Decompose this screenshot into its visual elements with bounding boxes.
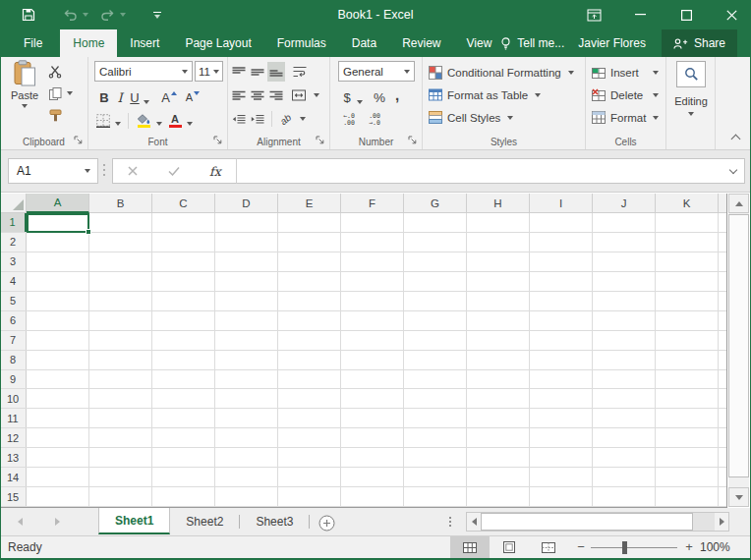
row-header-6[interactable]: 6 [0,311,27,330]
add-sheet-button[interactable] [317,513,336,532]
cell-a5[interactable] [27,292,89,310]
cell-h9[interactable] [467,370,530,389]
cell-a6[interactable] [27,311,89,330]
row-header-12[interactable]: 12 [0,428,27,447]
accounting-format-button[interactable]: $ [340,87,354,107]
tab-file[interactable]: File [6,29,60,57]
cell-h4[interactable] [467,272,530,291]
align-left-button[interactable] [230,85,248,105]
cell-c7[interactable] [152,331,215,350]
normal-view-button[interactable] [450,536,490,558]
cell-b4[interactable] [89,272,152,291]
cell-k3[interactable] [656,252,719,271]
bottom-align-button[interactable] [267,62,285,82]
cell-k8[interactable] [656,351,719,369]
wrap-text-button[interactable] [289,62,311,82]
cell-c2[interactable] [152,233,215,252]
number-dialog-launcher[interactable] [408,136,418,145]
font-color-dropdown[interactable] [185,114,195,134]
cell-i12[interactable] [530,428,593,447]
font-color-button[interactable]: A [166,111,184,131]
cell-a14[interactable] [27,468,89,486]
cell-f14[interactable] [341,468,404,486]
cell-i4[interactable] [530,272,593,291]
orientation-button[interactable]: ab [275,109,297,129]
tab-insert[interactable]: Insert [117,29,172,57]
row-header-10[interactable]: 10 [0,389,27,408]
cell-e13[interactable] [278,448,341,467]
cell-h6[interactable] [467,311,530,330]
decrease-decimal-button[interactable]: .00 →.0 [364,110,385,130]
cell-d4[interactable] [215,272,278,291]
cell-j10[interactable] [593,389,656,408]
cell-b15[interactable] [89,487,152,506]
zoom-out-button[interactable]: − [574,539,588,554]
cell-b3[interactable] [89,252,152,271]
cell-g3[interactable] [404,252,467,271]
expand-formula-bar-icon[interactable] [729,165,737,173]
cell-d7[interactable] [215,331,278,350]
cell-j1[interactable] [593,213,656,232]
align-right-button[interactable] [267,85,285,105]
cell-a4[interactable] [27,272,89,291]
cell-c9[interactable] [152,370,215,389]
cell-j12[interactable] [593,428,656,447]
cell-d8[interactable] [215,351,278,369]
cell-e3[interactable] [278,252,341,271]
borders-button[interactable] [94,111,112,131]
cell-i7[interactable] [530,331,593,350]
sheet-tab-sheet2[interactable]: Sheet2 [170,508,239,534]
conditional-formatting-button[interactable]: Conditional Formatting [429,62,574,83]
cell-e12[interactable] [278,428,341,447]
cell-j3[interactable] [593,252,656,271]
cell-k9[interactable] [656,370,719,389]
column-header-a[interactable]: A [27,194,89,213]
cell-styles-button[interactable]: Cell Styles [429,107,513,128]
account-name[interactable]: Javier Flores [578,36,646,50]
cell-k13[interactable] [656,448,719,467]
cell-j9[interactable] [593,370,656,389]
cell-f12[interactable] [341,428,404,447]
cell-k2[interactable] [656,233,719,252]
horizontal-scrollbar-track[interactable] [693,513,715,531]
column-header-k[interactable]: K [656,194,719,213]
decrease-indent-button[interactable] [230,109,248,129]
cell-f7[interactable] [341,331,404,350]
column-header-g[interactable]: G [404,194,467,213]
cell-d3[interactable] [215,252,278,271]
cell-b6[interactable] [89,311,152,330]
cell-a3[interactable] [27,252,89,271]
cell-b1[interactable] [89,213,152,232]
italic-button[interactable]: I [114,87,126,107]
close-button[interactable] [718,0,745,29]
column-header-j[interactable]: J [593,194,656,213]
format-cells-button[interactable]: Format [592,107,659,128]
tab-data[interactable]: Data [339,29,389,57]
cell-j6[interactable] [593,311,656,330]
ribbon-display-options-button[interactable] [580,0,607,29]
cell-b8[interactable] [89,351,152,369]
formula-bar-splitter[interactable] [103,164,105,166]
cell-f13[interactable] [341,448,404,467]
column-header-c[interactable]: C [152,194,215,213]
cell-i1[interactable] [530,213,593,232]
cell-h8[interactable] [467,351,530,369]
row-header-14[interactable]: 14 [0,468,27,486]
cell-c13[interactable] [152,448,215,467]
horizontal-scrollbar[interactable] [466,512,729,532]
cell-h7[interactable] [467,331,530,350]
cell-i2[interactable] [530,233,593,252]
cell-b14[interactable] [89,468,152,486]
column-header-b[interactable]: B [89,194,152,213]
cell-g5[interactable] [404,292,467,310]
row-header-7[interactable]: 7 [0,331,27,350]
cell-e7[interactable] [278,331,341,350]
row-header-9[interactable]: 9 [0,370,27,389]
cell-c10[interactable] [152,389,215,408]
tab-review[interactable]: Review [389,29,453,57]
cell-d12[interactable] [215,428,278,447]
cell-k6[interactable] [656,311,719,330]
cell-f5[interactable] [341,292,404,310]
minimize-button[interactable] [626,0,654,29]
fill-color-button[interactable] [134,111,153,131]
